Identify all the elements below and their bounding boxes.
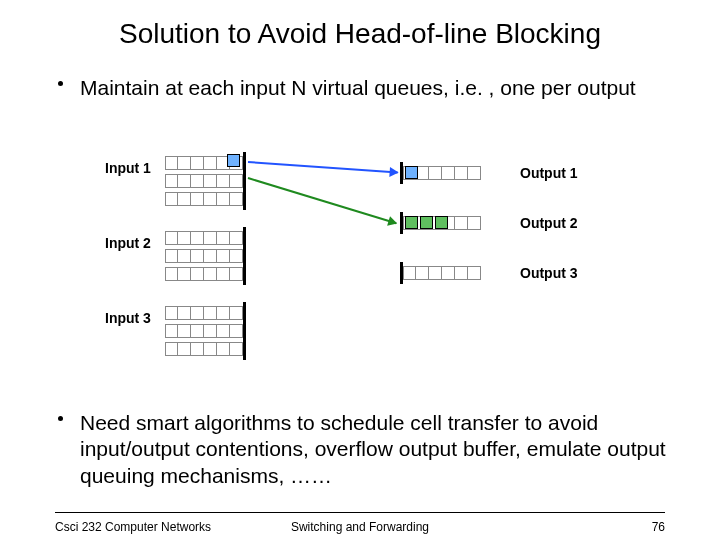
queue-cells bbox=[165, 231, 243, 245]
virtual-queue-2-3 bbox=[165, 266, 246, 282]
queue-cells bbox=[165, 306, 243, 320]
virtual-queue-2-2 bbox=[165, 248, 246, 264]
arrow-blue-icon bbox=[248, 161, 398, 173]
arrow-green-icon bbox=[248, 177, 397, 224]
bullet-1-text: Maintain at each input N virtual queues,… bbox=[80, 76, 636, 99]
queue-stop-icon bbox=[243, 188, 246, 210]
input-group-1: Input 1 bbox=[165, 155, 246, 207]
output-2: Output 2 bbox=[400, 215, 481, 231]
footer-rule-icon bbox=[55, 512, 665, 513]
queue-cells bbox=[165, 342, 243, 356]
packet-blue-icon bbox=[405, 166, 418, 179]
packet-green-icon bbox=[405, 216, 418, 229]
virtual-queue-3-2 bbox=[165, 323, 246, 339]
queue-cells bbox=[165, 249, 243, 263]
input-group-3: Input 3 bbox=[165, 305, 246, 357]
packet-green-icon bbox=[435, 216, 448, 229]
virtual-queue-1-2 bbox=[165, 173, 246, 189]
bullet-1: Maintain at each input N virtual queues,… bbox=[80, 75, 660, 101]
queue-diagram: Input 1 Input 2 bbox=[100, 155, 620, 385]
output-2-label: Output 2 bbox=[520, 215, 578, 231]
bullet-dot-icon bbox=[58, 416, 63, 421]
input-2-label: Input 2 bbox=[105, 235, 151, 251]
queue-cells bbox=[403, 266, 481, 280]
footer-page: 76 bbox=[652, 520, 665, 534]
queue-cells bbox=[165, 174, 243, 188]
slide-title: Solution to Avoid Head-of-line Blocking bbox=[0, 18, 720, 50]
output-3: Output 3 bbox=[400, 265, 481, 281]
input-3-label: Input 3 bbox=[105, 310, 151, 326]
output-1-label: Output 1 bbox=[520, 165, 578, 181]
output-1: Output 1 bbox=[400, 165, 481, 181]
slide: Solution to Avoid Head-of-line Blocking … bbox=[0, 0, 720, 540]
queue-stop-icon bbox=[243, 338, 246, 360]
bullet-2-text: Need smart algorithms to schedule cell t… bbox=[80, 411, 666, 487]
input-group-2: Input 2 bbox=[165, 230, 246, 282]
virtual-queue-1-3 bbox=[165, 191, 246, 207]
footer-center: Switching and Forwarding bbox=[0, 520, 720, 534]
bullet-2: Need smart algorithms to schedule cell t… bbox=[80, 410, 670, 489]
bullet-dot-icon bbox=[58, 81, 63, 86]
packet-green-icon bbox=[420, 216, 433, 229]
input-1-label: Input 1 bbox=[105, 160, 151, 176]
queue-cells bbox=[165, 192, 243, 206]
virtual-queue-3-1 bbox=[165, 305, 246, 321]
queue-cells bbox=[165, 267, 243, 281]
queue-stop-icon bbox=[243, 263, 246, 285]
virtual-queue-3-3 bbox=[165, 341, 246, 357]
virtual-queue-2-1 bbox=[165, 230, 246, 246]
output-3-label: Output 3 bbox=[520, 265, 578, 281]
packet-blue-icon bbox=[227, 154, 240, 167]
queue-cells bbox=[165, 324, 243, 338]
